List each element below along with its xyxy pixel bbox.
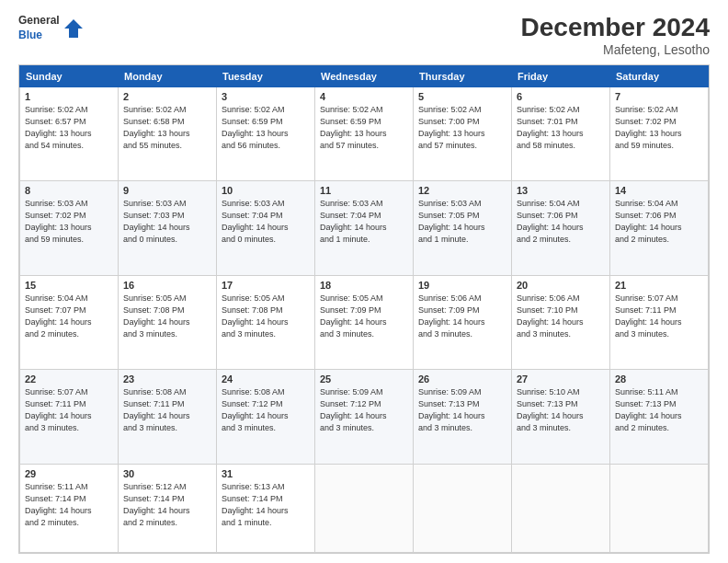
calendar-day-cell: 21Sunrise: 5:07 AMSunset: 7:11 PMDayligh… [610, 275, 709, 369]
calendar-header-row: SundayMondayTuesdayWednesdayThursdayFrid… [20, 65, 709, 86]
day-info: Sunrise: 5:05 AMSunset: 7:09 PMDaylight:… [320, 293, 408, 340]
calendar-day-cell: 11Sunrise: 5:03 AMSunset: 7:04 PMDayligh… [315, 181, 414, 275]
calendar-day-cell [315, 464, 414, 552]
calendar-day-cell: 15Sunrise: 5:04 AMSunset: 7:07 PMDayligh… [20, 275, 119, 369]
calendar-day-cell [512, 464, 610, 552]
calendar-day-cell: 3Sunrise: 5:02 AMSunset: 6:59 PMDaylight… [217, 86, 315, 180]
calendar: SundayMondayTuesdayWednesdayThursdayFrid… [18, 64, 710, 554]
logo: General Blue [18, 14, 84, 42]
page: General Blue December 2024 Mafeteng, Les… [0, 0, 728, 563]
calendar-day-cell: 26Sunrise: 5:09 AMSunset: 7:13 PMDayligh… [414, 370, 512, 464]
day-info: Sunrise: 5:08 AMSunset: 7:11 PMDaylight:… [123, 386, 211, 434]
day-info: Sunrise: 5:02 AMSunset: 6:57 PMDaylight:… [25, 104, 113, 152]
day-info: Sunrise: 5:09 AMSunset: 7:13 PMDaylight:… [418, 386, 506, 434]
calendar-day-cell: 8Sunrise: 5:03 AMSunset: 7:02 PMDaylight… [20, 181, 119, 275]
day-info: Sunrise: 5:02 AMSunset: 6:59 PMDaylight:… [222, 104, 310, 152]
day-number: 30 [123, 468, 211, 479]
calendar-day-cell: 13Sunrise: 5:04 AMSunset: 7:06 PMDayligh… [512, 181, 610, 275]
calendar-day-cell [610, 464, 709, 552]
calendar-day-cell: 18Sunrise: 5:05 AMSunset: 7:09 PMDayligh… [315, 275, 414, 369]
day-info: Sunrise: 5:12 AMSunset: 7:14 PMDaylight:… [123, 481, 211, 529]
day-number: 25 [320, 373, 408, 385]
day-info: Sunrise: 5:09 AMSunset: 7:12 PMDaylight:… [320, 386, 408, 434]
calendar-day-cell: 30Sunrise: 5:12 AMSunset: 7:14 PMDayligh… [119, 464, 217, 552]
day-number: 4 [320, 91, 408, 102]
day-info: Sunrise: 5:04 AMSunset: 7:06 PMDaylight:… [517, 198, 605, 246]
calendar-day-header: Monday [119, 65, 217, 86]
calendar-day-cell: 14Sunrise: 5:04 AMSunset: 7:06 PMDayligh… [610, 181, 709, 275]
day-number: 28 [615, 373, 703, 385]
day-info: Sunrise: 5:10 AMSunset: 7:13 PMDaylight:… [517, 386, 605, 434]
calendar-day-cell: 31Sunrise: 5:13 AMSunset: 7:14 PMDayligh… [217, 464, 315, 552]
subtitle: Mafeteng, Lesotho [521, 42, 710, 57]
day-info: Sunrise: 5:02 AMSunset: 6:59 PMDaylight:… [320, 104, 408, 152]
calendar-day-cell: 25Sunrise: 5:09 AMSunset: 7:12 PMDayligh… [315, 370, 414, 464]
calendar-day-cell: 5Sunrise: 5:02 AMSunset: 7:00 PMDaylight… [414, 86, 512, 180]
calendar-day-header: Wednesday [315, 65, 414, 86]
day-info: Sunrise: 5:03 AMSunset: 7:03 PMDaylight:… [123, 198, 211, 246]
calendar-day-cell: 10Sunrise: 5:03 AMSunset: 7:04 PMDayligh… [217, 181, 315, 275]
day-number: 21 [615, 280, 703, 291]
day-info: Sunrise: 5:03 AMSunset: 7:02 PMDaylight:… [25, 198, 113, 246]
day-number: 23 [123, 373, 211, 385]
day-number: 10 [222, 185, 310, 196]
calendar-day-cell: 4Sunrise: 5:02 AMSunset: 6:59 PMDaylight… [315, 86, 414, 180]
day-info: Sunrise: 5:08 AMSunset: 7:12 PMDaylight:… [222, 386, 310, 434]
day-number: 27 [517, 373, 605, 385]
day-info: Sunrise: 5:02 AMSunset: 6:58 PMDaylight:… [123, 104, 211, 152]
calendar-day-cell [414, 464, 512, 552]
title-block: December 2024 Mafeteng, Lesotho [521, 14, 710, 57]
day-info: Sunrise: 5:07 AMSunset: 7:11 PMDaylight:… [615, 293, 703, 340]
day-info: Sunrise: 5:02 AMSunset: 7:01 PMDaylight:… [517, 104, 605, 152]
day-info: Sunrise: 5:06 AMSunset: 7:09 PMDaylight:… [418, 293, 506, 340]
day-number: 22 [25, 373, 113, 385]
day-number: 8 [25, 185, 113, 196]
day-number: 12 [418, 185, 506, 196]
calendar-day-cell: 20Sunrise: 5:06 AMSunset: 7:10 PMDayligh… [512, 275, 610, 369]
day-info: Sunrise: 5:03 AMSunset: 7:04 PMDaylight:… [222, 198, 310, 246]
day-number: 31 [222, 468, 310, 479]
day-number: 6 [517, 91, 605, 102]
calendar-day-header: Friday [512, 65, 610, 86]
calendar-week-row: 29Sunrise: 5:11 AMSunset: 7:14 PMDayligh… [20, 464, 709, 552]
calendar-week-row: 22Sunrise: 5:07 AMSunset: 7:11 PMDayligh… [20, 370, 709, 464]
day-number: 3 [222, 91, 310, 102]
logo-arrow-icon [63, 18, 84, 39]
calendar-day-cell: 17Sunrise: 5:05 AMSunset: 7:08 PMDayligh… [217, 275, 315, 369]
day-info: Sunrise: 5:03 AMSunset: 7:04 PMDaylight:… [320, 198, 408, 246]
day-number: 13 [517, 185, 605, 196]
calendar-day-cell: 19Sunrise: 5:06 AMSunset: 7:09 PMDayligh… [414, 275, 512, 369]
calendar-day-cell: 9Sunrise: 5:03 AMSunset: 7:03 PMDaylight… [119, 181, 217, 275]
calendar-day-cell: 24Sunrise: 5:08 AMSunset: 7:12 PMDayligh… [217, 370, 315, 464]
day-number: 24 [222, 373, 310, 385]
day-info: Sunrise: 5:13 AMSunset: 7:14 PMDaylight:… [222, 481, 310, 529]
calendar-day-cell: 2Sunrise: 5:02 AMSunset: 6:58 PMDaylight… [119, 86, 217, 180]
calendar-day-cell: 1Sunrise: 5:02 AMSunset: 6:57 PMDaylight… [20, 86, 119, 180]
calendar-week-row: 1Sunrise: 5:02 AMSunset: 6:57 PMDaylight… [20, 86, 709, 180]
calendar-day-cell: 22Sunrise: 5:07 AMSunset: 7:11 PMDayligh… [20, 370, 119, 464]
day-info: Sunrise: 5:04 AMSunset: 7:07 PMDaylight:… [25, 293, 113, 340]
header: General Blue December 2024 Mafeteng, Les… [18, 14, 710, 57]
day-number: 15 [25, 280, 113, 291]
day-info: Sunrise: 5:05 AMSunset: 7:08 PMDaylight:… [222, 293, 310, 340]
main-title: December 2024 [521, 14, 710, 42]
calendar-day-cell: 7Sunrise: 5:02 AMSunset: 7:02 PMDaylight… [610, 86, 709, 180]
day-number: 7 [615, 91, 703, 102]
day-info: Sunrise: 5:02 AMSunset: 7:02 PMDaylight:… [615, 104, 703, 152]
day-info: Sunrise: 5:05 AMSunset: 7:08 PMDaylight:… [123, 293, 211, 340]
day-number: 17 [222, 280, 310, 291]
calendar-day-cell: 29Sunrise: 5:11 AMSunset: 7:14 PMDayligh… [20, 464, 119, 552]
day-number: 19 [418, 280, 506, 291]
calendar-day-cell: 23Sunrise: 5:08 AMSunset: 7:11 PMDayligh… [119, 370, 217, 464]
day-info: Sunrise: 5:04 AMSunset: 7:06 PMDaylight:… [615, 198, 703, 246]
day-number: 1 [25, 91, 113, 102]
day-info: Sunrise: 5:06 AMSunset: 7:10 PMDaylight:… [517, 293, 605, 340]
calendar-day-header: Sunday [20, 65, 119, 86]
calendar-day-header: Tuesday [217, 65, 315, 86]
day-number: 2 [123, 91, 211, 102]
calendar-day-cell: 16Sunrise: 5:05 AMSunset: 7:08 PMDayligh… [119, 275, 217, 369]
day-info: Sunrise: 5:11 AMSunset: 7:14 PMDaylight:… [25, 481, 113, 529]
day-number: 18 [320, 280, 408, 291]
calendar-week-row: 8Sunrise: 5:03 AMSunset: 7:02 PMDaylight… [20, 181, 709, 275]
day-number: 29 [25, 468, 113, 479]
